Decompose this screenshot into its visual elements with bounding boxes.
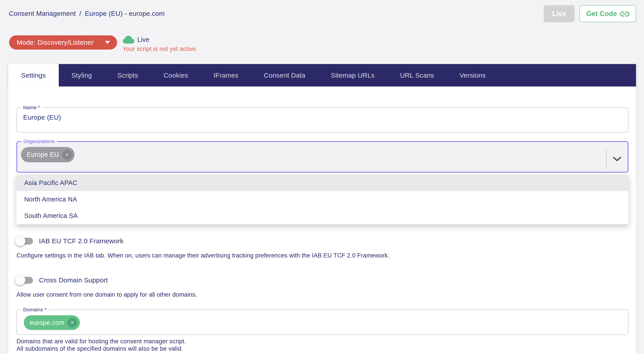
toggle-knob: [15, 236, 25, 246]
domains-helper-line2: All subdomains of the specified domains …: [16, 345, 186, 353]
iab-framework-description: Configure settings in the IAB tab. When …: [16, 252, 390, 259]
mode-dropdown-label: Mode: Discovery/Listener: [17, 39, 94, 46]
settings-tab-content: Name * Organizations Europe EU ×: [8, 86, 636, 354]
chevron-down-icon: [612, 156, 622, 162]
caret-down-icon: [105, 41, 110, 44]
header-actions: Live Get Code: [544, 5, 636, 22]
organizations-dropdown-toggle[interactable]: [612, 156, 622, 162]
cross-domain-label: Cross Domain Support: [39, 276, 108, 284]
domain-chip-label: europe.com: [30, 319, 64, 327]
option-asia-pacific-apac[interactable]: Asia Pacific APAC: [16, 175, 628, 191]
get-code-button[interactable]: Get Code: [580, 5, 636, 22]
domains-helper-text: Domains that are valid for hosting the c…: [16, 338, 186, 353]
domains-helper-line1: Domains that are valid for hosting the c…: [16, 338, 186, 345]
name-field-label: Name *: [21, 105, 42, 110]
tab-sitemap-urls[interactable]: Sitemap URLs: [318, 64, 388, 86]
domains-field[interactable]: Domains * europe.com ×: [16, 307, 628, 335]
name-field[interactable]: Name *: [16, 105, 628, 132]
mode-status-row: Mode: Discovery/Listener Live Your scrip…: [9, 35, 198, 52]
organizations-dropdown-list: Asia Pacific APAC North America NA South…: [16, 175, 628, 224]
mode-dropdown-button[interactable]: Mode: Discovery/Listener: [9, 35, 117, 49]
tab-cookies[interactable]: Cookies: [151, 64, 201, 86]
link-icon: [620, 10, 629, 17]
cross-domain-toggle-row: Cross Domain Support: [15, 275, 108, 286]
breadcrumb-page: Europe (EU) - europe.com: [85, 10, 165, 17]
get-code-label: Get Code: [586, 10, 617, 18]
cloud-icon: [122, 35, 134, 44]
organizations-field[interactable]: Organizations Europe EU ×: [16, 139, 628, 173]
select-divider: [606, 149, 606, 169]
tab-scripts[interactable]: Scripts: [104, 64, 151, 86]
status-warning-text: Your script is not yet active.: [122, 45, 198, 52]
breadcrumb-section[interactable]: Consent Management: [9, 10, 76, 17]
breadcrumb: Consent Management / Europe (EU) - europ…: [9, 10, 165, 17]
option-south-america-sa[interactable]: South America SA: [16, 207, 628, 224]
tab-styling[interactable]: Styling: [59, 64, 104, 86]
tab-bar: Settings Styling Scripts Cookies IFrames…: [8, 64, 636, 86]
consent-config-panel: Settings Styling Scripts Cookies IFrames…: [8, 64, 636, 354]
status-live-label: Live: [137, 36, 149, 43]
iab-framework-label: IAB EU TCF 2.0 Framework: [39, 237, 124, 245]
tab-versions[interactable]: Versions: [447, 64, 498, 86]
organization-chip-label: Europe EU: [27, 151, 59, 158]
name-input[interactable]: [23, 114, 602, 121]
live-button[interactable]: Live: [544, 5, 574, 22]
toggle-knob: [15, 275, 25, 285]
domain-chip: europe.com ×: [24, 315, 80, 330]
iab-framework-toggle[interactable]: [15, 236, 33, 246]
tab-url-scans[interactable]: URL Scans: [388, 64, 447, 86]
remove-organization-button[interactable]: ×: [62, 150, 72, 160]
remove-domain-button[interactable]: ×: [68, 318, 77, 328]
cross-domain-description: Allow user consent from one domain to ap…: [16, 291, 197, 298]
cross-domain-toggle[interactable]: [15, 275, 33, 286]
tab-iframes[interactable]: IFrames: [201, 64, 251, 86]
script-status: Live Your script is not yet active.: [122, 35, 198, 52]
tab-settings[interactable]: Settings: [8, 64, 59, 86]
organization-chip: Europe EU ×: [21, 147, 74, 162]
tab-consent-data[interactable]: Consent Data: [251, 64, 318, 86]
iab-toggle-row: IAB EU TCF 2.0 Framework: [15, 236, 124, 246]
breadcrumb-separator: /: [80, 10, 82, 17]
domains-field-label: Domains *: [21, 307, 49, 313]
option-north-america-na[interactable]: North America NA: [16, 191, 628, 207]
organizations-field-label: Organizations: [21, 139, 57, 144]
